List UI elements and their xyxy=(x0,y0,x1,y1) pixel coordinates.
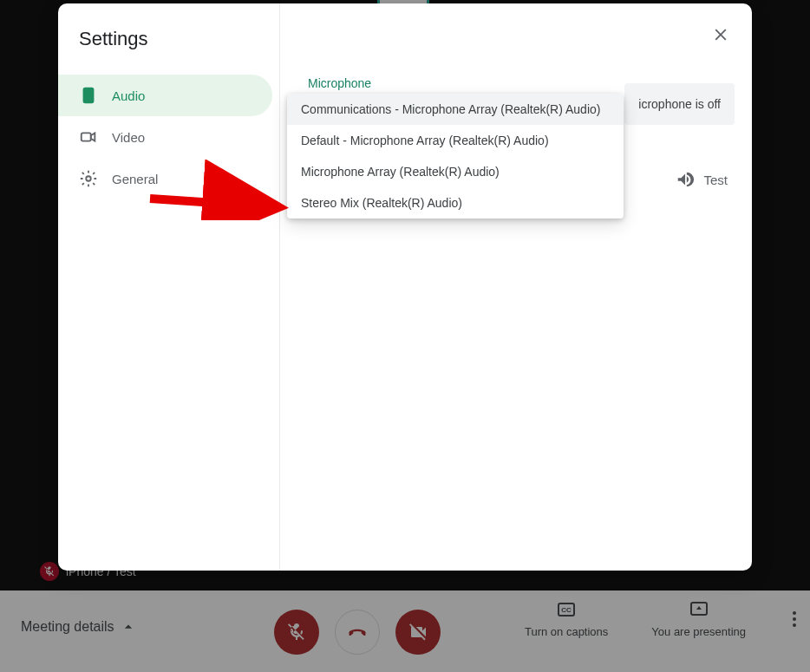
speaker-icon xyxy=(79,86,98,105)
microphone-dropdown-menu: Communications - Microphone Array (Realt… xyxy=(287,94,624,219)
speaker-test-button[interactable]: Test xyxy=(676,170,728,189)
svg-rect-6 xyxy=(82,133,91,140)
close-icon xyxy=(711,25,730,44)
sidebar-item-label: Audio xyxy=(112,88,145,103)
sidebar-item-video[interactable]: Video xyxy=(58,116,272,158)
gear-icon xyxy=(79,169,98,188)
volume-icon xyxy=(676,170,695,189)
settings-content: Microphone icrophone is off Test Communi… xyxy=(280,3,752,571)
sidebar-item-audio[interactable]: Audio xyxy=(58,75,272,116)
close-button[interactable] xyxy=(703,17,738,52)
microphone-option[interactable]: Stereo Mix (Realtek(R) Audio) xyxy=(287,187,624,219)
sidebar-item-label: General xyxy=(112,172,158,186)
sidebar-item-general[interactable]: General xyxy=(58,158,272,199)
svg-point-4 xyxy=(88,91,90,94)
test-label: Test xyxy=(703,173,728,187)
microphone-option[interactable]: Microphone Array (Realtek(R) Audio) xyxy=(287,156,624,187)
microphone-option[interactable]: Default - Microphone Array (Realtek(R) A… xyxy=(287,125,624,156)
sidebar-item-label: Video xyxy=(112,130,145,145)
settings-sidebar: Settings Audio Video General xyxy=(58,3,280,571)
settings-dialog: Settings Audio Video General Microphone … xyxy=(58,3,752,571)
mic-status-chip: icrophone is off xyxy=(624,83,735,125)
mic-status-text: icrophone is off xyxy=(638,97,721,111)
svg-point-7 xyxy=(86,176,91,181)
microphone-option[interactable]: Communications - Microphone Array (Realt… xyxy=(287,94,624,125)
video-icon xyxy=(79,127,98,147)
settings-title: Settings xyxy=(58,28,279,75)
svg-point-5 xyxy=(86,95,91,101)
